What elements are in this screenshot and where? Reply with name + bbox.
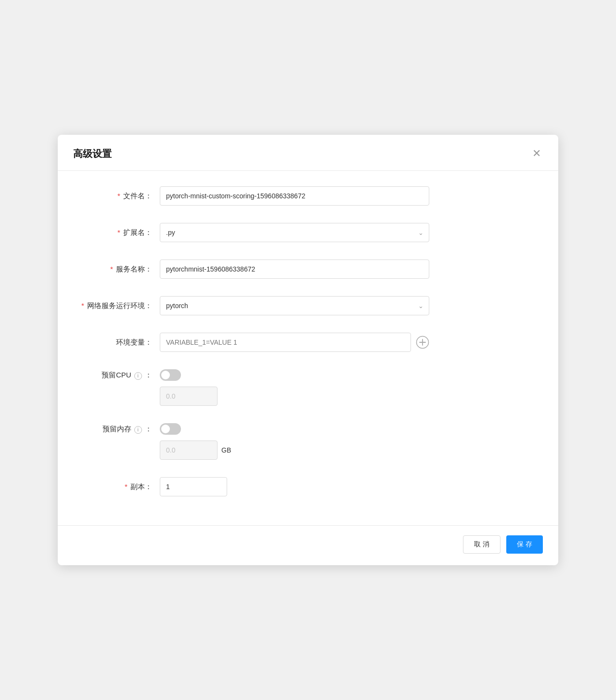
advanced-settings-dialog: 高级设置 ✕ * 文件名： * 扩展名： .py <box>58 135 558 565</box>
memory-toggle-row <box>160 423 429 435</box>
reserve-cpu-row: 预留CPU i ： <box>73 369 543 406</box>
dialog-body: * 文件名： * 扩展名： .py .js .sh ⌄ <box>58 171 558 525</box>
reserve-cpu-info-icon: i <box>134 372 142 380</box>
runtime-env-control: pytorch tensorflow sklearn ⌄ <box>160 296 429 315</box>
dialog-footer: 取 消 保 存 <box>58 525 558 565</box>
reserve-memory-slider <box>160 423 181 435</box>
runtime-env-select[interactable]: pytorch tensorflow sklearn <box>160 296 429 315</box>
memory-value-row: GB <box>160 441 429 460</box>
replica-label: * 副本： <box>73 478 160 496</box>
reserve-memory-row: 预留内存 i ： GB <box>73 423 543 460</box>
extension-control: .py .js .sh ⌄ <box>160 223 429 242</box>
add-env-var-button[interactable] <box>416 336 429 349</box>
service-name-row: * 服务名称： <box>73 259 543 279</box>
reserve-memory-control: GB <box>160 423 429 460</box>
replica-input[interactable] <box>160 477 227 496</box>
memory-toggle-group: GB <box>160 423 429 460</box>
cpu-toggle-row <box>160 369 429 381</box>
reserve-cpu-slider <box>160 369 181 381</box>
env-var-input-row <box>160 333 429 352</box>
env-var-label: 环境变量： <box>73 333 160 351</box>
filename-input[interactable] <box>160 186 429 206</box>
cpu-toggle-group <box>160 369 429 406</box>
reserve-memory-info-icon: i <box>134 426 142 434</box>
extension-select[interactable]: .py .js .sh <box>160 223 429 242</box>
dialog-title: 高级设置 <box>73 147 112 160</box>
runtime-env-row: * 网络服务运行环境： pytorch tensorflow sklearn ⌄ <box>73 296 543 315</box>
reserve-cpu-toggle[interactable] <box>160 369 181 381</box>
cpu-value-row <box>160 387 429 406</box>
runtime-env-label: * 网络服务运行环境： <box>73 297 160 315</box>
reserve-memory-label: 预留内存 i ： <box>73 423 160 435</box>
service-name-input[interactable] <box>160 259 429 279</box>
replica-row: * 副本： <box>73 477 543 496</box>
filename-row: * 文件名： <box>73 186 543 206</box>
memory-unit-label: GB <box>221 446 231 454</box>
runtime-env-select-wrapper: pytorch tensorflow sklearn ⌄ <box>160 296 429 315</box>
reserve-memory-toggle[interactable] <box>160 423 181 435</box>
service-name-label: * 服务名称： <box>73 260 160 278</box>
save-button[interactable]: 保 存 <box>506 535 543 554</box>
extension-row: * 扩展名： .py .js .sh ⌄ <box>73 223 543 242</box>
reserve-cpu-label: 预留CPU i ： <box>73 369 160 381</box>
reserve-memory-input[interactable] <box>160 441 218 460</box>
service-name-control <box>160 259 429 279</box>
env-var-row: 环境变量： <box>73 333 543 352</box>
reserve-cpu-input[interactable] <box>160 387 218 406</box>
dialog-header: 高级设置 ✕ <box>58 135 558 171</box>
env-var-input[interactable] <box>160 333 411 352</box>
replica-control <box>160 477 429 496</box>
filename-control <box>160 186 429 206</box>
extension-label: * 扩展名： <box>73 223 160 242</box>
env-var-control <box>160 333 429 352</box>
cancel-button[interactable]: 取 消 <box>463 535 500 554</box>
extension-select-wrapper: .py .js .sh ⌄ <box>160 223 429 242</box>
filename-label: * 文件名： <box>73 187 160 205</box>
close-button[interactable]: ✕ <box>530 146 543 161</box>
reserve-cpu-control <box>160 369 429 406</box>
